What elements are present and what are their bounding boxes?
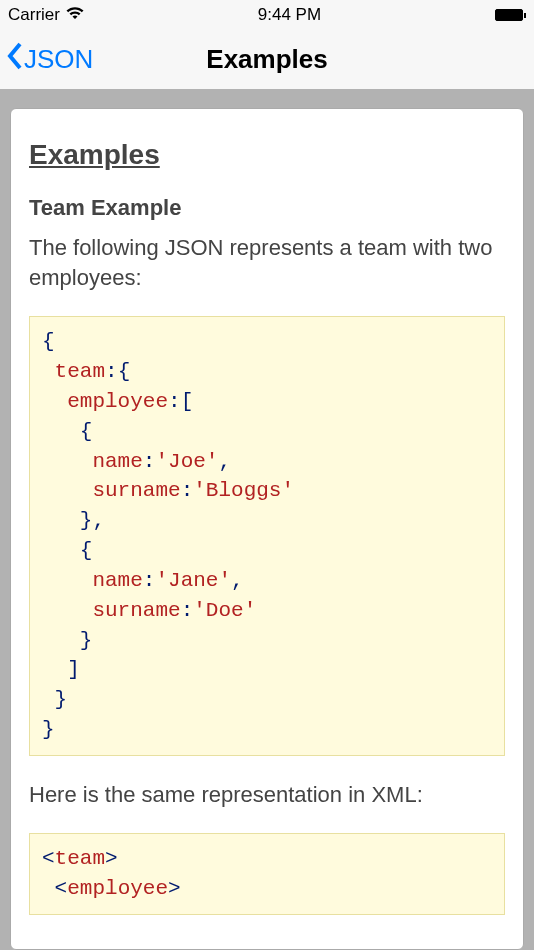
- subsection-heading: Team Example: [29, 195, 505, 221]
- carrier-label: Carrier: [8, 5, 60, 25]
- page-title: Examples: [206, 44, 327, 75]
- battery-icon: [495, 9, 526, 21]
- chevron-left-icon: [6, 41, 24, 78]
- status-bar-time: 9:44 PM: [258, 5, 321, 25]
- content-card: Examples Team Example The following JSON…: [10, 108, 524, 950]
- content-viewport[interactable]: Examples Team Example The following JSON…: [0, 90, 534, 950]
- back-button-label: JSON: [24, 44, 93, 75]
- back-button[interactable]: JSON: [6, 41, 93, 78]
- status-bar-left: Carrier: [8, 5, 84, 25]
- navigation-bar: JSON Examples: [0, 30, 534, 90]
- status-bar: Carrier 9:44 PM: [0, 0, 534, 30]
- wifi-icon: [66, 5, 84, 25]
- intro2-paragraph: Here is the same representation in XML:: [29, 780, 505, 810]
- intro-paragraph: The following JSON represents a team wit…: [29, 233, 505, 292]
- xml-code-block: <team> <employee>: [29, 833, 505, 915]
- section-heading: Examples: [29, 139, 505, 171]
- json-code-block: { team:{ employee:[ { name:'Joe', surnam…: [29, 316, 505, 755]
